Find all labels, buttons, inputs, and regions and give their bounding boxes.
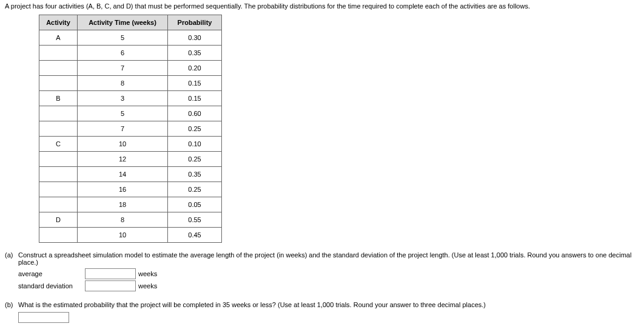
cell-prob: 0.15: [168, 76, 222, 91]
table-row: A50.30: [39, 30, 222, 46]
stddev-unit: weeks: [138, 282, 157, 290]
cell-activity: [39, 228, 78, 243]
prob-input[interactable]: [18, 312, 69, 323]
part-b-label: (b): [5, 301, 18, 308]
average-input[interactable]: [85, 268, 136, 279]
cell-prob: 0.10: [168, 137, 222, 152]
cell-time: 10: [78, 137, 168, 152]
table-row: 70.20: [39, 61, 222, 76]
cell-time: 7: [78, 61, 168, 76]
cell-prob: 0.25: [168, 182, 222, 197]
table-row: 160.25: [39, 182, 222, 197]
cell-time: 8: [78, 212, 168, 228]
problem-intro: A project has four activities (A, B, C, …: [5, 2, 639, 10]
table-row: B30.15: [39, 91, 222, 106]
cell-time: 12: [78, 152, 168, 167]
col-header-prob: Probability: [168, 15, 222, 30]
table-row: 80.15: [39, 76, 222, 91]
average-unit: weeks: [138, 270, 157, 277]
cell-time: 18: [78, 197, 168, 212]
cell-time: 5: [78, 106, 168, 121]
part-a-inputs: average weeks standard deviation weeks: [18, 268, 639, 291]
cell-activity: [39, 182, 78, 197]
cell-time: 8: [78, 76, 168, 91]
average-label: average: [18, 270, 85, 277]
table-row: 120.25: [39, 152, 222, 167]
cell-prob: 0.45: [168, 228, 222, 243]
cell-activity: [39, 152, 78, 167]
part-b-input-row: [18, 312, 639, 323]
cell-time: 6: [78, 46, 168, 61]
cell-prob: 0.25: [168, 121, 222, 137]
cell-prob: 0.35: [168, 46, 222, 61]
stddev-input[interactable]: [85, 280, 136, 291]
col-header-time: Activity Time (weeks): [78, 15, 168, 30]
table-row: 180.05: [39, 197, 222, 212]
table-row: 100.45: [39, 228, 222, 243]
part-a: (a) Construct a spreadsheet simulation m…: [5, 251, 639, 266]
cell-activity: [39, 46, 78, 61]
cell-activity: C: [39, 137, 78, 152]
cell-prob: 0.05: [168, 197, 222, 212]
cell-activity: [39, 167, 78, 182]
table-row: C100.10: [39, 137, 222, 152]
cell-prob: 0.35: [168, 167, 222, 182]
cell-time: 14: [78, 167, 168, 182]
part-b: (b) What is the estimated probability th…: [5, 301, 639, 308]
cell-activity: A: [39, 30, 78, 46]
cell-activity: [39, 61, 78, 76]
cell-time: 16: [78, 182, 168, 197]
cell-prob: 0.15: [168, 91, 222, 106]
cell-prob: 0.60: [168, 106, 222, 121]
cell-prob: 0.30: [168, 30, 222, 46]
table-row: 70.25: [39, 121, 222, 137]
cell-prob: 0.25: [168, 152, 222, 167]
cell-activity: [39, 106, 78, 121]
cell-prob: 0.20: [168, 61, 222, 76]
table-row: 50.60: [39, 106, 222, 121]
cell-prob: 0.55: [168, 212, 222, 228]
cell-activity: [39, 121, 78, 137]
activity-table: Activity Activity Time (weeks) Probabili…: [39, 15, 222, 243]
col-header-activity: Activity: [39, 15, 78, 30]
table-row: D80.55: [39, 212, 222, 228]
cell-time: 7: [78, 121, 168, 137]
part-b-text: What is the estimated probability that t…: [18, 301, 639, 308]
cell-time: 3: [78, 91, 168, 106]
table-row: 140.35: [39, 167, 222, 182]
cell-activity: [39, 197, 78, 212]
part-a-label: (a): [5, 251, 18, 259]
stddev-label: standard deviation: [18, 282, 85, 290]
cell-activity: B: [39, 91, 78, 106]
table-row: 60.35: [39, 46, 222, 61]
cell-time: 10: [78, 228, 168, 243]
cell-activity: D: [39, 212, 78, 228]
cell-time: 5: [78, 30, 168, 46]
cell-activity: [39, 76, 78, 91]
part-a-text: Construct a spreadsheet simulation model…: [18, 251, 639, 266]
